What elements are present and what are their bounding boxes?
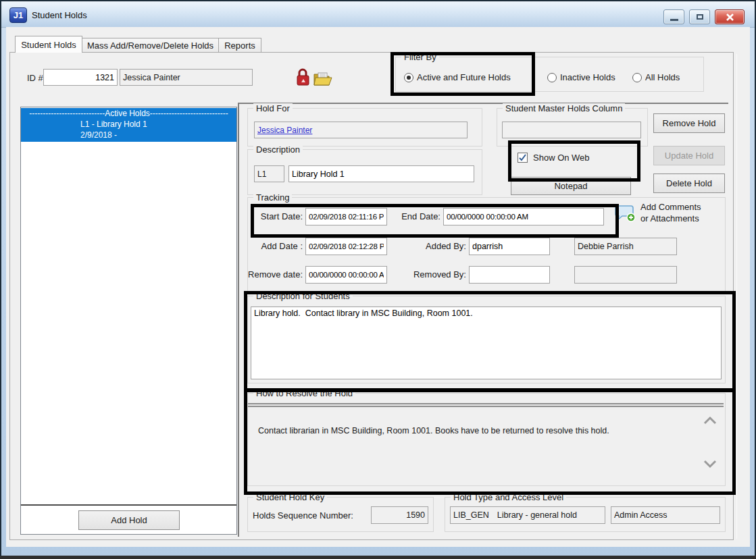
radio-label-active-future[interactable]: Active and Future Holds — [417, 72, 511, 82]
hold-type-code: LIB_GEN — [453, 510, 489, 520]
close-button[interactable] — [715, 9, 745, 24]
notepad-label: Notepad — [554, 181, 587, 191]
add-date-input[interactable] — [305, 238, 387, 255]
resolve-legend: How to Resolve the Hold — [253, 388, 355, 398]
master-holds-column-legend: Student Master Holds Column — [503, 103, 625, 113]
checkmark-icon — [518, 153, 527, 162]
hold-description-input[interactable] — [288, 165, 474, 182]
tab-mass-add-remove-delete[interactable]: Mass Add/Remove/Delete Holds — [82, 38, 219, 53]
show-on-web-checkbox[interactable] — [518, 153, 528, 163]
holds-list-selected-item[interactable]: ----------------------------Active Holds… — [21, 108, 236, 142]
notepad-button[interactable]: Notepad — [511, 177, 631, 195]
radio-label-all[interactable]: All Holds — [645, 72, 680, 82]
removed-by-input[interactable] — [469, 266, 550, 284]
description-for-students-legend: Description for Students — [253, 291, 353, 301]
end-date-input[interactable] — [443, 208, 604, 225]
delete-hold-label: Delete Hold — [666, 178, 712, 188]
holds-sequence-value: 1590 — [406, 510, 425, 520]
tab-label: Student Holds — [21, 40, 76, 50]
screen: J1 Student Holds Student Holds Mass Add/… — [0, 0, 756, 559]
master-holds-column-field — [502, 122, 641, 138]
window-title: Student Holds — [32, 10, 87, 20]
added-by-name: Debbie Parrish — [578, 242, 634, 251]
hold-for-link[interactable]: Jessica Painter — [257, 126, 312, 135]
added-by-label: Added By: — [405, 241, 466, 251]
add-hold-button[interactable]: Add Hold — [78, 510, 180, 530]
tracking-legend: Tracking — [253, 192, 292, 203]
start-date-label: Start Date: — [255, 211, 303, 221]
hold-for-legend: Hold For — [253, 103, 293, 113]
holds-list-group-header: ----------------------------Active Holds… — [21, 108, 236, 119]
tab-label: Mass Add/Remove/Delete Holds — [87, 41, 213, 51]
remove-hold-button[interactable]: Remove Hold — [653, 113, 725, 133]
minimize-icon — [670, 19, 678, 21]
hold-item-title: L1 - Library Hold 1 — [21, 119, 236, 130]
list-separator — [21, 504, 236, 506]
tab-student-holds[interactable]: Student Holds — [15, 36, 82, 53]
radio-inactive-holds[interactable] — [547, 73, 557, 82]
student-hold-key-legend: Student Hold Key — [253, 492, 327, 502]
resolve-text: Contact librarian in MSC Building, Room … — [258, 426, 689, 435]
description-legend: Description — [253, 144, 303, 155]
hold-type-field: LIB_GEN Library - general hold — [450, 506, 605, 524]
description-for-students-textarea[interactable]: Library hold. Contact library in MSC Bui… — [251, 307, 722, 379]
access-level-field: Admin Access — [611, 506, 720, 524]
app-icon: J1 — [9, 7, 27, 23]
hold-type-legend: Hold Type and Access Level — [451, 492, 566, 502]
access-level-value: Admin Access — [614, 510, 667, 520]
id-input[interactable] — [43, 69, 118, 86]
hold-code: L1 — [257, 169, 266, 179]
tab-label: Reports — [224, 41, 255, 51]
delete-hold-button[interactable]: Delete Hold — [653, 174, 725, 193]
tab-reports[interactable]: Reports — [218, 38, 261, 53]
add-comments-line2[interactable]: or Attachments — [640, 213, 699, 223]
hold-for-field: Jessica Painter — [254, 122, 468, 138]
show-on-web-label[interactable]: Show On Web — [533, 153, 590, 163]
open-folder-icon[interactable] — [313, 70, 333, 86]
holds-sequence-label: Holds Sequence Number: — [253, 510, 353, 521]
update-hold-button: Update Hold — [653, 146, 725, 165]
radio-all-holds[interactable] — [632, 73, 642, 82]
end-date-label: End Date: — [395, 211, 440, 221]
removed-by-label: Removed By: — [405, 269, 466, 280]
right-edge-highlight — [736, 54, 737, 539]
id-label: ID # — [27, 73, 43, 83]
scroll-down-icon[interactable] — [703, 458, 717, 469]
remove-date-label: Remove date: — [245, 269, 303, 280]
bottom-edge — [0, 556, 756, 559]
added-by-name-field: Debbie Parrish — [574, 238, 677, 255]
resolve-content: Contact librarian in MSC Building, Room … — [249, 407, 723, 483]
add-date-label: Add Date : — [255, 241, 303, 251]
filter-by-legend: Filter By — [401, 52, 439, 62]
close-icon — [726, 14, 734, 21]
scroll-up-icon[interactable] — [703, 415, 717, 426]
add-comments-icon[interactable] — [615, 203, 636, 224]
title-bar: J1 Student Holds — [1, 1, 755, 28]
student-name: Jessica Painter — [123, 73, 180, 82]
radio-active-future-holds[interactable] — [404, 73, 413, 82]
maximize-button[interactable] — [689, 9, 710, 24]
restore-icon — [697, 14, 703, 20]
holds-listbox[interactable] — [20, 107, 237, 535]
hold-code-field: L1 — [254, 165, 284, 182]
radio-label-inactive[interactable]: Inactive Holds — [560, 72, 615, 82]
student-name-field: Jessica Painter — [120, 69, 253, 86]
added-by-input[interactable] — [469, 238, 550, 255]
removed-by-name-field — [574, 266, 677, 284]
add-hold-label: Add Hold — [111, 515, 147, 525]
update-hold-label: Update Hold — [665, 151, 713, 161]
start-date-input[interactable] — [305, 208, 387, 225]
add-comments-line1[interactable]: Add Comments — [640, 202, 701, 212]
lock-icon[interactable] — [295, 68, 310, 86]
remove-hold-label: Remove Hold — [663, 118, 716, 128]
minimize-button[interactable] — [663, 9, 684, 24]
holds-sequence-field: 1590 — [371, 506, 428, 524]
hold-type-desc: Library - general hold — [497, 510, 577, 520]
hold-item-dates: 2/9/2018 - — [21, 130, 236, 140]
remove-date-input[interactable] — [305, 266, 387, 284]
